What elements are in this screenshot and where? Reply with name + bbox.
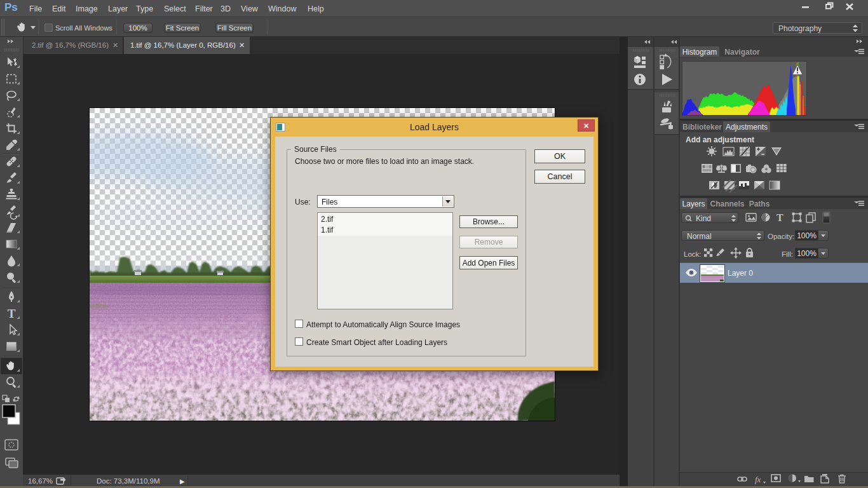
svg-text:Kind: Kind	[696, 214, 711, 223]
svg-text:T: T	[776, 212, 783, 223]
svg-text:Normal: Normal	[687, 232, 712, 241]
svg-text:fx: fx	[755, 475, 761, 484]
svg-text:T: T	[8, 307, 16, 320]
